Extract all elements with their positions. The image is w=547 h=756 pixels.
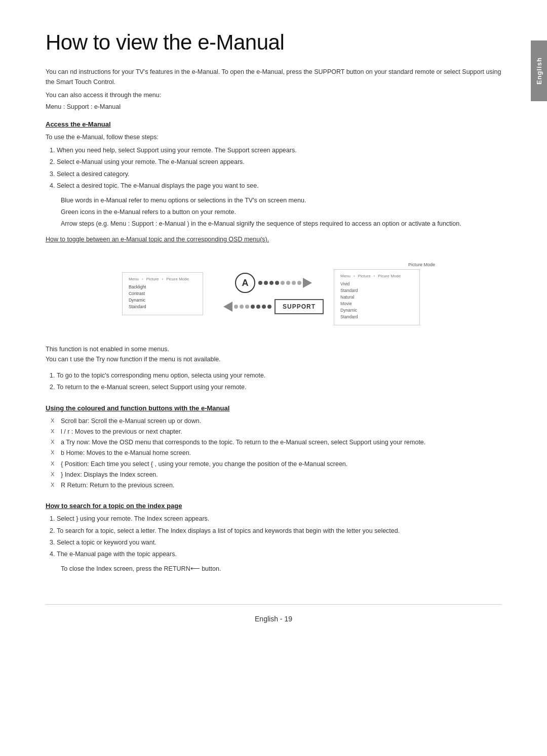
bdot4 xyxy=(251,305,255,309)
diagram-area: Menu › Picture › Picure Mode Backlight C… xyxy=(46,253,501,334)
dots-arrow-back xyxy=(223,302,271,312)
function-step-1: To go to the topic's corresponding menu … xyxy=(57,370,501,381)
colour-item-5: { Position: Each time you select { , usi… xyxy=(51,459,501,470)
diagram-right: Picture Mode Menu › Picture › Picure Mod… xyxy=(334,262,435,325)
dot5 xyxy=(281,281,285,285)
dot4 xyxy=(275,281,279,285)
menu-nav-right: Menu › Picture › Picure Mode xyxy=(340,274,413,278)
index-step-4: The e-Manual page with the topic appears… xyxy=(57,549,501,560)
arrow-left-icon xyxy=(223,302,232,312)
colour-item-6: } Index: Displays the Index screen. xyxy=(51,470,501,480)
bdot6 xyxy=(262,305,266,309)
function-note-2: You can t use the Try now function if th… xyxy=(46,354,501,364)
access-note-3: Arrow steps (e.g. Menu : Support : e-Man… xyxy=(46,219,501,229)
bdot1 xyxy=(234,305,238,309)
menu-screenshot-left: Menu › Picture › Picure Mode Backlight C… xyxy=(122,272,203,315)
arrow-right-icon xyxy=(303,278,312,288)
index-step-1: Select } using your remote. The Index sc… xyxy=(57,514,501,524)
bdot7 xyxy=(267,305,271,309)
picture-mode-label: Picture Mode xyxy=(334,262,435,267)
bdot3 xyxy=(245,305,249,309)
access-step-1: When you need help, select Support using… xyxy=(57,145,501,156)
bdot2 xyxy=(240,305,244,309)
intro-menu-path: Menu : Support : e-Manual xyxy=(46,103,501,110)
access-section-heading: Access the e-Manual xyxy=(46,120,501,128)
dot8 xyxy=(297,281,301,285)
function-steps-list: To go to the topic's corresponding menu … xyxy=(46,370,501,393)
colour-item-1: Scroll bar: Scroll the e-Manual screen u… xyxy=(51,416,501,427)
access-intro: To use the e-Manual, follow these steps: xyxy=(46,132,501,142)
dot3 xyxy=(269,281,274,285)
access-note-1: Blue words in e-Manual refer to menu opt… xyxy=(46,195,501,205)
dot1 xyxy=(258,281,262,285)
toggle-note: How to toggle between an e-Manual topic … xyxy=(46,236,501,243)
colour-buttons-heading: Using the coloured and function buttons … xyxy=(46,404,501,412)
dot6 xyxy=(286,281,290,285)
intro-line1: You can nd instructions for your TV's fe… xyxy=(46,67,501,87)
menu-screenshot-right: Menu › Picture › Picure Mode Vivid Stand… xyxy=(334,269,420,325)
arrow-forward: A xyxy=(235,273,312,293)
dot2 xyxy=(264,281,268,285)
index-search-heading: How to search for a topic on the index p… xyxy=(46,502,501,510)
menu-nav-left: Menu › Picture › Picure Mode xyxy=(129,277,197,281)
function-notes: This function is not enabled in some men… xyxy=(46,344,501,364)
colour-item-4: b Home: Moves to the e-Manual home scree… xyxy=(51,448,501,458)
colour-item-2: l / r : Moves to the previous or next ch… xyxy=(51,427,501,437)
function-step-2: To return to the e-Manual screen, select… xyxy=(57,382,501,393)
arrow-section: A xyxy=(223,273,324,314)
colour-item-7: R Return: Return to the previous screen. xyxy=(51,480,501,491)
btn-support: SUPPORT xyxy=(275,299,324,314)
index-search-steps-list: Select } using your remote. The Index sc… xyxy=(46,514,501,560)
arrow-back: SUPPORT xyxy=(223,299,324,314)
btn-a: A xyxy=(235,273,255,293)
page-title: How to view the e-Manual xyxy=(46,30,501,55)
access-steps-list: When you need help, select Support using… xyxy=(46,145,501,191)
access-note-2: Green icons in the e-Manual refers to a … xyxy=(46,207,501,217)
index-step-3: Select a topic or keyword you want. xyxy=(57,537,501,548)
function-note-1: This function is not enabled in some men… xyxy=(46,344,501,354)
index-step-2: To search for a topic, select a letter. … xyxy=(57,526,501,536)
bdot5 xyxy=(256,305,260,309)
dot7 xyxy=(292,281,296,285)
colour-buttons-list: Scroll bar: Scroll the e-Manual screen u… xyxy=(46,416,501,491)
intro-line2: You can also access it through the menu: xyxy=(46,90,501,100)
dots-arrow-forward xyxy=(258,278,312,288)
page-footer: English - 19 xyxy=(46,604,501,623)
menu-items-left: Backlight Contrast Dynamic Standard xyxy=(129,284,197,309)
colour-item-3: a Try now: Move the OSD menu that corres… xyxy=(51,437,501,448)
sidebar-english-tab: English xyxy=(531,40,547,101)
access-step-2: Select e-Manual using your remote. The e… xyxy=(57,157,501,167)
menu-options-right: Vivid Standard Natural Movie Dynamic Sta… xyxy=(340,281,413,319)
diagram-left: Menu › Picture › Picure Mode Backlight C… xyxy=(112,272,213,315)
access-step-4: Select a desired topic. The e-Manual dis… xyxy=(57,181,501,191)
close-index-note: To close the Index screen, press the RET… xyxy=(46,564,501,574)
access-step-3: Select a desired category. xyxy=(57,169,501,180)
